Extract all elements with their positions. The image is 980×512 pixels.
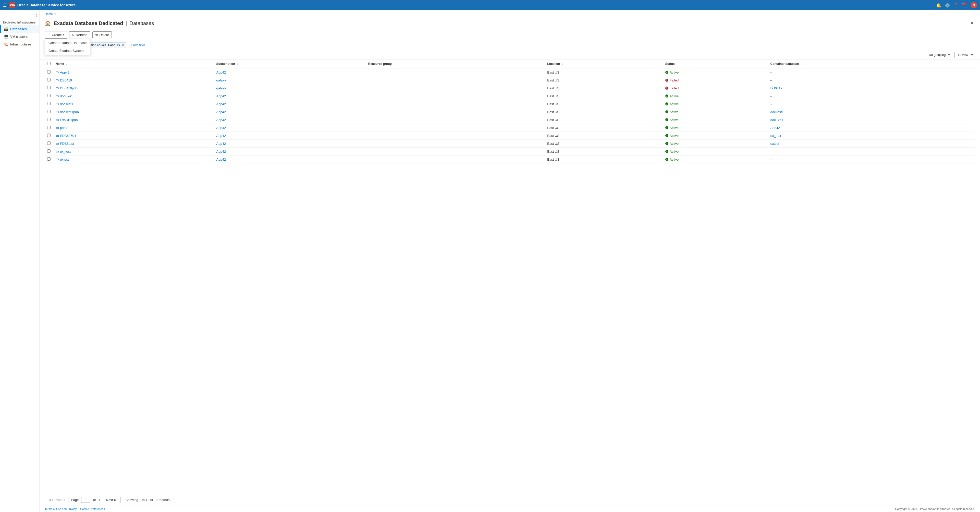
row-name-link-10[interactable]: 🗃ux_test: [56, 150, 211, 153]
create-dropdown[interactable]: ＋ Create ▾ Create Exadata Database Creat…: [45, 31, 67, 38]
help-icon[interactable]: ❓: [953, 3, 959, 8]
row-name-link-11[interactable]: 🗃uxtest: [56, 158, 211, 161]
row-container-db-link-5[interactable]: docTest1: [770, 110, 783, 114]
breadcrumb-home[interactable]: Home: [45, 12, 53, 16]
sidebar-item-vm-clusters[interactable]: 🖥️ VM clusters: [0, 33, 39, 40]
delete-button[interactable]: 🗑 Delete: [92, 32, 112, 38]
row-name-link-9[interactable]: 🗃PDB8test: [56, 142, 211, 145]
hamburger-icon[interactable]: ☰: [3, 3, 6, 8]
location-filter-value: East US: [108, 43, 120, 47]
th-status[interactable]: Status ↕: [663, 60, 768, 68]
select-all-checkbox[interactable]: [47, 62, 51, 65]
sidebar-collapse[interactable]: 《: [0, 12, 39, 19]
row-subscription-link-9[interactable]: App42: [216, 142, 226, 145]
row-name-link-3[interactable]: 🗃docExa1: [56, 94, 211, 98]
row-name-link-7[interactable]: 🗃pdb42: [56, 126, 211, 130]
row-checkbox-5[interactable]: [47, 110, 51, 113]
status-active-icon-4: [665, 102, 668, 105]
row-subscription-link-6[interactable]: App42: [216, 118, 226, 122]
sidebar-item-databases[interactable]: 🗃️ Databases: [0, 25, 39, 33]
view-select[interactable]: List view: [954, 52, 975, 58]
row-location-7: East US: [545, 124, 663, 132]
table-row: 🗃ExaDB1pdbApp42East USActivedocExa1: [45, 116, 975, 124]
table-row: 🗃docTest1pdbApp42East USActivedocTest1: [45, 108, 975, 116]
row-container-db-link-6[interactable]: docExa1: [770, 118, 783, 122]
table-body: 🗃App42App42East USActive–🗃DB0419galaxyEa…: [45, 68, 975, 163]
row-subscription-link-3[interactable]: App42: [216, 94, 226, 98]
row-container-db-link-9[interactable]: uxtest: [770, 142, 779, 145]
row-subscription-link-2[interactable]: galaxy: [216, 86, 226, 90]
avatar[interactable]: O: [971, 2, 977, 8]
row-name-link-1[interactable]: 🗃DB0419: [56, 78, 211, 82]
create-exadata-database-item[interactable]: Create Exadata Database: [45, 39, 90, 47]
row-checkbox-4[interactable]: [47, 102, 51, 105]
row-subscription-link-7[interactable]: App42: [216, 126, 226, 130]
next-button[interactable]: Next ►: [103, 497, 121, 503]
sidebar-item-databases-label: Databases: [10, 27, 27, 31]
databases-table: Name ↕ Subscription ↕ Resource group ↕: [45, 60, 975, 163]
feedback-icon[interactable]: 🚩: [962, 3, 967, 8]
row-container-db-11: –: [768, 156, 975, 163]
refresh-button[interactable]: ↻ Refresh: [69, 32, 90, 38]
databases-icon: 🗃️: [4, 27, 8, 31]
row-container-db-4: –: [768, 100, 975, 108]
row-subscription-link-5[interactable]: App42: [216, 110, 226, 114]
main-content: Home > 🏠 Exadata Database Dedicated | Da…: [40, 10, 980, 512]
row-name-link-2[interactable]: 🗃DB0419pdb: [56, 86, 211, 90]
th-container-db[interactable]: Container database ↕: [768, 60, 975, 68]
previous-button[interactable]: ◄ Previous: [45, 497, 68, 503]
row-subscription-link-4[interactable]: App42: [216, 102, 226, 106]
row-location-5: East US: [545, 108, 663, 116]
row-checkbox-0[interactable]: [47, 70, 51, 73]
row-checkbox-10[interactable]: [47, 149, 51, 153]
row-subscription-link-10[interactable]: App42: [216, 150, 226, 153]
total-pages: 1: [98, 498, 100, 502]
row-subscription-link-11[interactable]: App42: [216, 158, 226, 161]
collapse-button[interactable]: 《: [34, 13, 37, 18]
row-container-db-7: App42: [768, 124, 975, 132]
th-resource-group[interactable]: Resource group ↕: [366, 60, 545, 68]
row-name-link-0[interactable]: 🗃App42: [56, 70, 211, 74]
sidebar-item-infrastructures[interactable]: 🏗️ Infrastructures: [0, 40, 39, 48]
row-checkbox-7[interactable]: [47, 126, 51, 129]
row-subscription-link-0[interactable]: App42: [216, 70, 226, 74]
row-checkbox-2[interactable]: [47, 86, 51, 89]
row-name-link-4[interactable]: 🗃docTest1: [56, 102, 211, 106]
th-name[interactable]: Name ↕: [53, 60, 214, 68]
add-filter-button[interactable]: + Add filter: [128, 43, 147, 48]
th-subscription[interactable]: Subscription ↕: [214, 60, 366, 68]
th-location[interactable]: Location ↕: [545, 60, 663, 68]
row-checkbox-1[interactable]: [47, 78, 51, 81]
row-name-link-8[interactable]: 🗃PDB62504: [56, 134, 211, 138]
location-filter-close-icon[interactable]: ✕: [122, 44, 124, 47]
row-container-db-9: uxtest: [768, 140, 975, 148]
breadcrumb-separator: >: [54, 12, 56, 16]
row-container-db-link-8[interactable]: ux_test: [770, 134, 781, 138]
table-row: 🗃PDB8testApp42East USActiveuxtest: [45, 140, 975, 148]
row-container-db-link-2[interactable]: DB0419: [770, 86, 782, 90]
th-location-sort-icon: ↕: [562, 62, 563, 65]
row-name-link-6[interactable]: 🗃ExaDB1pdb: [56, 118, 211, 122]
terms-link[interactable]: Terms of Use and Privacy: [45, 507, 76, 510]
row-subscription-link-8[interactable]: App42: [216, 134, 226, 138]
row-container-db-5: docTest1: [768, 108, 975, 116]
create-button[interactable]: ＋ Create ▾: [45, 31, 67, 38]
close-button[interactable]: ✕: [969, 19, 975, 27]
row-subscription-link-1[interactable]: galaxy: [216, 78, 226, 82]
grouping-select[interactable]: No grouping: [927, 52, 952, 58]
row-container-db-link-7[interactable]: App42: [770, 126, 780, 130]
settings-icon[interactable]: ⚙️: [945, 3, 950, 8]
create-button-label: Create: [52, 33, 62, 37]
row-location-3: East US: [545, 92, 663, 100]
page-number-input[interactable]: [81, 497, 90, 503]
create-exadata-system-item[interactable]: Create Exadata System: [45, 47, 90, 55]
row-checkbox-6[interactable]: [47, 118, 51, 121]
row-checkbox-11[interactable]: [47, 157, 51, 161]
row-checkbox-3[interactable]: [47, 94, 51, 97]
row-name-link-5[interactable]: 🗃docTest1pdb: [56, 110, 211, 114]
row-checkbox-8[interactable]: [47, 134, 51, 137]
notification-icon[interactable]: 🔔: [936, 3, 941, 8]
db-icon-5: 🗃: [56, 110, 59, 114]
row-checkbox-9[interactable]: [47, 142, 51, 145]
cookie-link[interactable]: Cookie Preferences: [80, 507, 105, 510]
